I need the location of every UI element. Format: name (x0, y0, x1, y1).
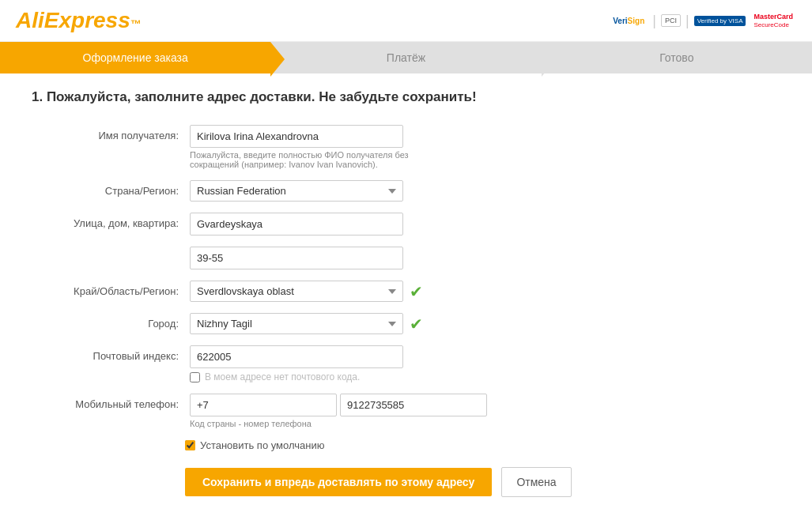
city-row: Город: Nizhny Tagil Yekaterinburg Pervou… (47, 313, 780, 334)
logo: AliExpress™ (16, 8, 142, 33)
city-check-icon: ✔ (410, 315, 423, 333)
step-checkout-label: Оформление заказа (83, 51, 188, 64)
street2-row (47, 247, 780, 269)
recipient-row: Имя получателя: Пожалуйста, введите полн… (47, 125, 780, 169)
badge-divider1: | (652, 13, 656, 29)
trust-badges: VeriSign | PCI | Verified by VISA Master… (610, 11, 796, 30)
city-label: Город: (47, 313, 190, 330)
region-field: Sverdlovskaya oblast Moskovskaya oblast … (190, 281, 443, 302)
no-postal-row: В моем адресе нет почтового кода. (190, 371, 443, 382)
country-field: Russian Federation Ukraine Belarus Kazak… (190, 180, 443, 202)
postal-field: В моем адресе нет почтового кода. (190, 345, 443, 382)
recipient-label: Имя получателя: (47, 125, 190, 141)
phone-row: Мобильный телефон: Код страны - номер те… (47, 394, 780, 428)
verified-visa-badge: Verified by VISA (694, 16, 746, 26)
street-field (190, 213, 443, 236)
default-checkbox-label: Установить по умолчанию (200, 439, 324, 451)
header: AliExpress™ VeriSign | PCI | Verified by… (0, 0, 812, 42)
street-row: Улица, дом, квартира: (47, 213, 780, 236)
cancel-button[interactable]: Отмена (501, 467, 571, 497)
phone-country-input[interactable] (190, 394, 337, 416)
city-with-icon: Nizhny Tagil Yekaterinburg Pervouralsk ✔ (190, 313, 443, 334)
button-row: Сохранить и впредь доставлять по этому а… (185, 467, 780, 497)
region-select[interactable]: Sverdlovskaya oblast Moskovskaya oblast … (190, 281, 403, 302)
verisign-badge: VeriSign (610, 15, 648, 27)
address-form: Имя получателя: Пожалуйста, введите полн… (47, 125, 780, 428)
step-done: Готово (542, 42, 812, 73)
pci-badge: PCI (661, 14, 681, 27)
region-with-icon: Sverdlovskaya oblast Moskovskaya oblast … (190, 281, 443, 302)
region-label: Край/Область/Регион: (47, 281, 190, 297)
default-checkbox-row: Установить по умолчанию (185, 439, 780, 451)
step-done-label: Готово (659, 51, 693, 64)
street2-field (190, 247, 443, 269)
phone-field: Код страны - номер телефона (190, 394, 443, 428)
step-checkout: Оформление заказа (0, 42, 270, 73)
mastercard-badge: MasterCardSecureCode (750, 11, 796, 30)
postal-input[interactable] (190, 345, 403, 368)
logo-text: AliExpress (16, 8, 130, 32)
city-select[interactable]: Nizhny Tagil Yekaterinburg Pervouralsk (190, 313, 403, 334)
page-wrapper: AliExpress™ VeriSign | PCI | Verified by… (0, 0, 812, 520)
recipient-input[interactable] (190, 125, 403, 148)
street-label: Улица, дом, квартира: (47, 213, 190, 229)
street-input[interactable] (190, 213, 403, 236)
progress-bar: Оформление заказа Платёж Готово (0, 42, 812, 73)
phone-number-input[interactable] (340, 394, 487, 416)
no-postal-label: В моем адресе нет почтового кода. (205, 371, 360, 382)
step-payment: Платёж (270, 42, 541, 73)
no-postal-checkbox[interactable] (190, 372, 200, 382)
postal-row: Почтовый индекс: В моем адресе нет почто… (47, 345, 780, 382)
page-title: 1. Пожалуйста, заполните адрес доставки.… (32, 89, 780, 105)
region-row: Край/Область/Регион: Sverdlovskaya oblas… (47, 281, 780, 302)
street2-label (47, 247, 190, 251)
main-content: 1. Пожалуйста, заполните адрес доставки.… (0, 73, 812, 520)
street2-input[interactable] (190, 247, 403, 269)
phone-fields (190, 394, 443, 416)
postal-label: Почтовый индекс: (47, 345, 190, 362)
phone-hint: Код страны - номер телефона (190, 419, 443, 428)
country-row: Страна/Регион: Russian Federation Ukrain… (47, 180, 780, 202)
recipient-hint: Пожалуйста, введите полностью ФИО получа… (190, 150, 443, 169)
phone-label: Мобильный телефон: (47, 394, 190, 410)
badge-divider2: | (685, 13, 689, 29)
default-checkbox[interactable] (185, 440, 195, 450)
save-button[interactable]: Сохранить и впредь доставлять по этому а… (185, 468, 492, 496)
country-label: Страна/Регион: (47, 180, 190, 197)
region-check-icon: ✔ (410, 282, 423, 301)
recipient-field: Пожалуйста, введите полностью ФИО получа… (190, 125, 443, 169)
city-field: Nizhny Tagil Yekaterinburg Pervouralsk ✔ (190, 313, 443, 334)
country-select[interactable]: Russian Federation Ukraine Belarus Kazak… (190, 180, 403, 202)
step-payment-label: Платёж (387, 51, 425, 64)
